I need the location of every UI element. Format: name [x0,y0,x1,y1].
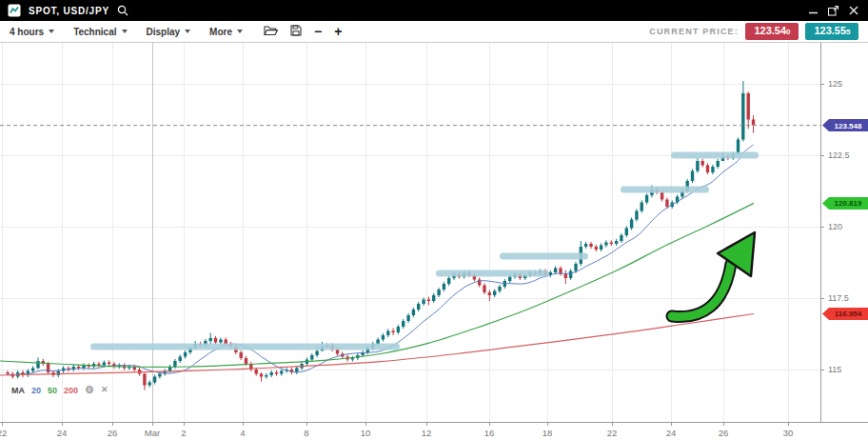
indicator-remove-icon[interactable]: ✕ [101,386,108,394]
popout-window-icon[interactable] [828,5,839,16]
candle [153,377,156,383]
candle [270,372,273,375]
y-axis-label: 117.5 [828,293,849,303]
candle [610,243,613,245]
price-marker-value: 116.954 [835,310,862,318]
candle [600,246,602,250]
candle [219,340,222,343]
chart-svg[interactable]: 222426Mar2481012161822242630125122.51201… [0,43,868,440]
candle [209,338,212,341]
candle [422,300,424,305]
candle [493,291,496,296]
ma-period-50: 50 [48,386,57,395]
candle [57,371,60,376]
more-dropdown[interactable]: More [209,27,243,37]
sr-zone-bar [671,152,759,159]
title-bar: SPOT, USD/JPY [0,0,868,21]
candle [108,363,110,365]
x-axis-label: 16 [484,428,495,438]
candle [315,351,318,356]
candle [747,93,750,120]
candle [432,295,435,301]
x-axis-label: 12 [422,428,432,438]
candle [148,383,151,386]
candle [661,192,663,200]
x-axis-label: 26 [108,428,118,438]
candle [417,304,420,310]
candle [620,235,622,241]
y-axis-label: 115 [828,365,841,374]
candle [737,140,740,154]
ma-period-200: 200 [64,386,78,395]
ma-legend: MA 20 50 200 ⚙ ✕ [11,385,108,395]
ma-legend-label: MA [11,386,25,395]
candle [225,340,227,345]
x-axis-label: 24 [57,428,68,438]
candle [36,361,39,369]
candle [336,350,339,354]
candle [158,374,161,377]
chart-area: 222426Mar2481012161822242630125122.51201… [0,43,868,440]
candle [214,338,217,343]
close-icon[interactable] [849,6,858,15]
candle [240,352,243,358]
technical-dropdown[interactable]: Technical [73,27,127,37]
candle [483,286,485,293]
x-axis-label: 8 [304,428,308,438]
candle [47,364,49,372]
candle [402,321,404,327]
candle [382,335,385,340]
candle [31,369,34,371]
candle [260,374,263,377]
y-axis-label: 125 [828,79,842,89]
candle [406,315,409,321]
candle [386,331,389,336]
trading-app-window: SPOT, USD/JPY 4 hours [0,0,868,440]
chevron-down-icon [122,30,128,33]
x-axis-label: 10 [361,428,371,438]
candle [376,340,379,345]
ma-period-20: 20 [31,386,41,395]
display-dropdown[interactable]: Display [147,27,191,37]
candle [245,358,247,364]
price-marker-value: 123.548 [835,122,862,130]
candle [691,171,694,182]
ma20-line [8,145,754,375]
candle [635,211,638,220]
x-axis-label: Mar [145,428,160,438]
chart-toolbar: 4 hours Technical Display More [0,21,868,43]
indicator-settings-gear-icon[interactable]: ⚙ [85,385,94,395]
candle [255,370,258,374]
open-folder-icon[interactable] [264,23,278,40]
chevron-down-icon [49,30,54,33]
candle [265,375,267,377]
candle [696,161,699,171]
trend-arrow [672,232,755,317]
sr-zone-bar [500,252,588,259]
candle [569,271,572,279]
candle [143,374,146,386]
x-axis-label: 30 [783,428,794,438]
candle [508,277,511,282]
save-icon[interactable] [290,23,302,40]
candle [427,300,430,302]
candle [391,331,394,333]
price-marker-value: 120.819 [835,199,862,208]
candle [488,292,491,295]
current-price-label: CURRENT PRICE: [649,27,739,36]
y-axis-label: 120 [828,222,842,231]
zoom-in-button[interactable]: + [334,25,342,38]
search-icon[interactable] [117,5,128,16]
x-axis-label: 26 [719,428,729,438]
candle [443,284,445,290]
sell-price-badge[interactable]: 123.540 [745,23,799,40]
minimize-icon[interactable] [809,6,819,15]
buy-price-badge[interactable]: 123.555 [805,23,858,40]
zoom-out-button[interactable]: − [314,25,322,38]
timeframe-dropdown[interactable]: 4 hours [10,27,54,37]
candle [184,352,187,357]
candle [717,161,720,167]
sr-zone-bar [436,270,549,276]
candle [615,241,618,244]
candle [741,93,744,140]
